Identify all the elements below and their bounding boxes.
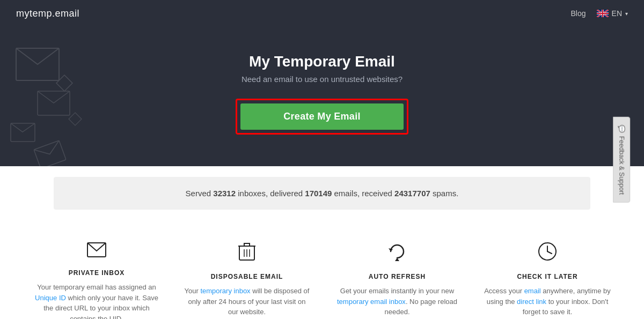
lang-code: EN xyxy=(612,9,622,18)
private-inbox-desc: Your temporary email has assigned an Uni… xyxy=(32,282,161,319)
create-button-highlight: Create My Email xyxy=(236,99,408,135)
disposable-email-desc: Your temporary inbox will be disposed of… xyxy=(182,286,311,317)
check-later-desc: Access your email anywhere, anytime by u… xyxy=(483,286,612,317)
feature-check-later: CHECK IT LATER Access your email anywher… xyxy=(472,242,623,319)
navbar: mytemp.email Blog EN ▾ xyxy=(0,0,644,27)
check-later-title: CHECK IT LATER xyxy=(517,273,577,280)
features-section: PRIVATE INBOX Your temporary email has a… xyxy=(0,220,644,319)
language-selector[interactable]: EN ▾ xyxy=(597,9,628,18)
feature-auto-refresh: AUTO REFRESH Get your emails instantly i… xyxy=(322,242,472,319)
feature-disposable-email: DISPOSABLE EMAIL Your temporary inbox wi… xyxy=(172,242,322,319)
chevron-down-icon: ▾ xyxy=(625,11,628,17)
temp-email-inbox-link[interactable]: temporary email inbox xyxy=(337,298,406,306)
svg-marker-5 xyxy=(69,113,82,125)
stats-section: Served 32312 inboxes, delivered 170149 e… xyxy=(0,166,644,220)
stats-bar: Served 32312 inboxes, delivered 170149 e… xyxy=(54,177,590,210)
emails-count: 170149 xyxy=(305,189,332,198)
hero-section: My Temporary Email Need an email to use … xyxy=(0,27,644,166)
feature-private-inbox: PRIVATE INBOX Your temporary email has a… xyxy=(21,242,172,319)
flag-icon xyxy=(597,10,609,17)
page-title: My Temporary Email xyxy=(249,53,395,70)
emails-label: emails, received xyxy=(334,189,392,198)
spams-label: spams. xyxy=(433,189,458,198)
private-inbox-icon xyxy=(87,242,106,262)
unique-id-link[interactable]: Unique ID xyxy=(35,294,66,302)
hero-background-icons xyxy=(5,32,107,166)
blog-link[interactable]: Blog xyxy=(571,9,586,18)
navbar-right: Blog EN ▾ xyxy=(571,9,628,18)
email-link[interactable]: email xyxy=(524,287,541,295)
spams-count: 24317707 xyxy=(394,189,430,198)
direct-link[interactable]: direct link xyxy=(517,298,546,306)
temporary-inbox-link[interactable]: temporary inbox xyxy=(200,287,250,295)
create-email-button[interactable]: Create My Email xyxy=(240,103,404,130)
auto-refresh-title: AUTO REFRESH xyxy=(369,273,426,280)
inboxes-label: inboxes, delivered xyxy=(238,189,303,198)
private-inbox-title: PRIVATE INBOX xyxy=(69,269,125,277)
site-logo[interactable]: mytemp.email xyxy=(16,8,79,19)
feedback-tab[interactable]: 💬 Feedback & Support xyxy=(613,116,630,202)
feedback-label: Feedback & Support xyxy=(618,136,625,194)
svg-line-14 xyxy=(547,251,552,254)
disposable-email-icon xyxy=(238,242,255,265)
disposable-email-title: DISPOSABLE EMAIL xyxy=(211,273,283,280)
feedback-icon: 💬 xyxy=(618,124,625,132)
inboxes-count: 32312 xyxy=(213,189,236,198)
stats-prefix: Served xyxy=(186,189,211,198)
hero-subtitle: Need an email to use on untrusted websit… xyxy=(241,75,402,84)
auto-refresh-icon xyxy=(387,242,407,265)
check-later-icon xyxy=(538,242,557,265)
auto-refresh-desc: Get your emails instantly in your new te… xyxy=(333,286,462,317)
